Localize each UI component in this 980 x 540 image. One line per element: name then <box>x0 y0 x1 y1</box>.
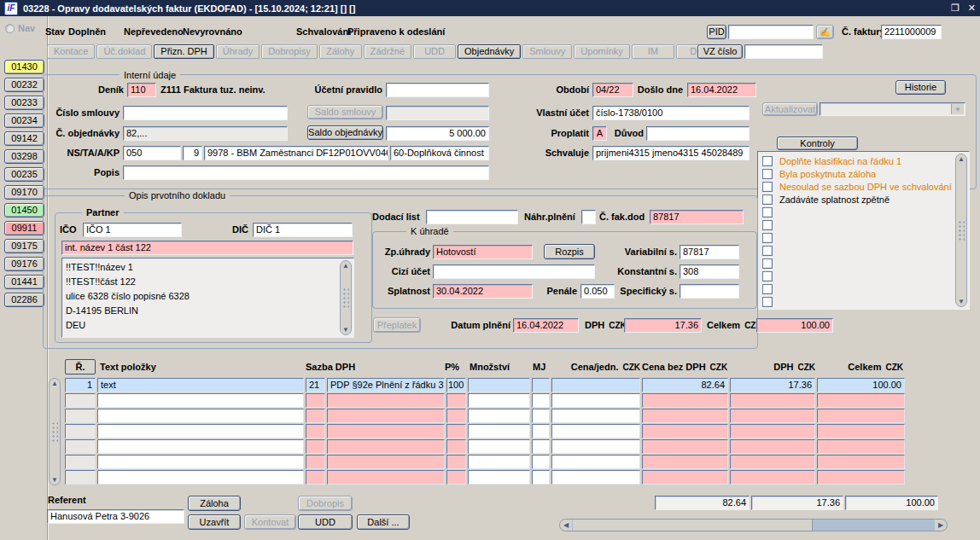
scroll-down-icon[interactable]: ▼ <box>958 297 965 306</box>
cell-cena-bez-dph[interactable] <box>642 455 728 469</box>
vlastni-ucet-field[interactable]: číslo-1738/0100 <box>592 106 750 120</box>
cell-sazba-code[interactable] <box>306 439 325 454</box>
table-row[interactable] <box>65 409 905 423</box>
cell-procento[interactable] <box>446 439 466 454</box>
cell-procento[interactable] <box>446 409 466 423</box>
scroll-up-icon[interactable]: ▲ <box>51 379 58 388</box>
close-window-icon[interactable]: ✕ <box>968 3 976 14</box>
scrollbar-thumb[interactable] <box>572 520 813 531</box>
ucetni-pravidlo-field[interactable] <box>386 83 489 97</box>
cell-celkem[interactable] <box>817 439 905 454</box>
cell-text-polozky[interactable] <box>97 470 304 485</box>
cell-mnozstvi[interactable] <box>468 409 530 423</box>
tab[interactable]: Zálohy <box>319 44 362 59</box>
tab[interactable]: Přizn. DPH <box>154 44 213 59</box>
sidebar-item[interactable]: 01430 <box>4 60 44 74</box>
cell-celkem[interactable] <box>817 409 905 423</box>
cell-dph[interactable] <box>730 393 815 408</box>
ns-field-3[interactable]: 9978 - BBM Zaměstnanci DF12P01OVV046 050 <box>204 146 388 160</box>
checkbox-icon[interactable] <box>762 156 773 166</box>
ns-field-4[interactable]: 60-Doplňková činnost <box>390 146 489 160</box>
udd-button[interactable]: UDD <box>298 514 353 530</box>
sidebar-item[interactable]: 09170 <box>4 185 44 200</box>
cell-cena-jedn[interactable] <box>551 393 640 408</box>
table-row[interactable] <box>65 393 905 408</box>
restore-window-icon[interactable]: ❐ <box>951 3 960 14</box>
tab[interactable]: Úhrady <box>216 44 260 59</box>
cell-dph[interactable]: 17.36 <box>730 378 815 392</box>
tab[interactable]: Upomínky <box>574 44 630 59</box>
cell-cena-jedn[interactable] <box>551 470 640 485</box>
tab[interactable]: Úč.doklad <box>96 44 152 59</box>
cell-mj[interactable] <box>532 409 550 423</box>
ns-field-2[interactable]: 9 <box>183 146 202 160</box>
cell-celkem[interactable]: 100.00 <box>817 378 905 392</box>
cell-celkem[interactable] <box>817 393 905 408</box>
duvod-field[interactable] <box>646 126 750 141</box>
cell-sazba-dph[interactable] <box>327 409 445 423</box>
table-scrollbar[interactable]: ▲ ▼ <box>49 378 61 485</box>
konstantni-field[interactable]: 308 <box>680 264 739 279</box>
scroll-down-icon[interactable]: ▼ <box>342 325 349 334</box>
address-scrollbar[interactable]: ▲ ▼ <box>340 260 352 335</box>
cell-text-polozky[interactable] <box>97 439 304 454</box>
cell-text-polozky[interactable] <box>97 455 304 469</box>
c-fak-dod-field[interactable]: 87817 <box>650 210 744 224</box>
scroll-left-icon[interactable]: ◀ <box>560 520 572 531</box>
cell-dph[interactable] <box>730 409 815 423</box>
table-row[interactable] <box>65 470 905 485</box>
cell-cena-bez-dph[interactable] <box>642 439 728 454</box>
scroll-right-icon[interactable]: ▶ <box>935 520 947 531</box>
cell-sazba-code[interactable] <box>306 455 325 469</box>
cell-mnozstvi[interactable] <box>468 455 530 469</box>
cell-dph[interactable] <box>730 470 815 485</box>
cell-text-polozky[interactable] <box>97 424 304 438</box>
cell-mnozstvi[interactable] <box>468 424 530 438</box>
partner-nazev-field[interactable]: int. název 1 část 122 <box>61 241 353 255</box>
tab[interactable]: Objednávky <box>458 44 521 59</box>
scrollbar-grip[interactable] <box>342 287 349 308</box>
vz-cislo-button[interactable]: VZ číslo <box>697 44 743 59</box>
cislo-smlouvy-field[interactable] <box>123 106 288 120</box>
cell-cena-bez-dph[interactable]: 82.64 <box>642 378 728 392</box>
cell-celkem[interactable] <box>817 424 905 438</box>
checkbox-icon[interactable] <box>762 284 773 294</box>
cell-dph[interactable] <box>730 424 815 438</box>
popis-field[interactable] <box>123 165 489 180</box>
cell-cena-bez-dph[interactable] <box>642 409 728 423</box>
table-row[interactable] <box>65 439 905 454</box>
cell-sazba-dph[interactable] <box>327 455 445 469</box>
rozpis-button[interactable]: Rozpis <box>544 244 595 259</box>
saldo-objednavky-button[interactable]: Saldo objednávky <box>307 125 383 140</box>
cell-celkem[interactable] <box>817 470 905 485</box>
ns-field-1[interactable]: 050 <box>123 146 181 160</box>
cell-mj[interactable] <box>532 393 550 408</box>
cell-cena-jedn[interactable] <box>551 378 640 392</box>
nav-radio[interactable]: Nav <box>5 23 35 33</box>
specificky-field[interactable] <box>680 284 739 299</box>
checkbox-icon[interactable] <box>762 169 773 179</box>
penale-field[interactable]: 0.050 <box>580 284 615 299</box>
dodaci-list-field[interactable] <box>426 210 518 224</box>
sidebar-item[interactable]: 09175 <box>4 239 44 253</box>
scroll-up-icon[interactable]: ▲ <box>958 154 965 164</box>
cell-mnozstvi[interactable] <box>468 378 530 392</box>
cell-mj[interactable] <box>532 455 550 469</box>
pid-button[interactable]: PID <box>707 25 726 39</box>
sidebar-item[interactable]: 00235 <box>4 167 44 182</box>
cell-sazba-dph[interactable] <box>327 393 445 408</box>
scroll-up-icon[interactable]: ▲ <box>342 261 349 270</box>
sidebar-item[interactable]: 09142 <box>4 131 44 146</box>
kontroly-button[interactable]: Kontroly <box>777 136 858 150</box>
cell-sazba-dph[interactable] <box>327 470 445 485</box>
sidebar-item[interactable]: 09176 <box>4 257 44 271</box>
cell-mj[interactable] <box>532 470 550 485</box>
checkbox-icon[interactable] <box>762 220 773 230</box>
scrollbar-grip[interactable] <box>51 421 58 442</box>
sidebar-item[interactable]: 00232 <box>4 78 44 92</box>
cell-cena-jedn[interactable] <box>551 424 640 438</box>
cell-procento[interactable] <box>446 455 466 469</box>
cell-cena-jedn[interactable] <box>551 455 640 469</box>
cell-cena-jedn[interactable] <box>551 409 640 423</box>
datum-plneni-field[interactable]: 16.04.2022 <box>513 318 579 333</box>
